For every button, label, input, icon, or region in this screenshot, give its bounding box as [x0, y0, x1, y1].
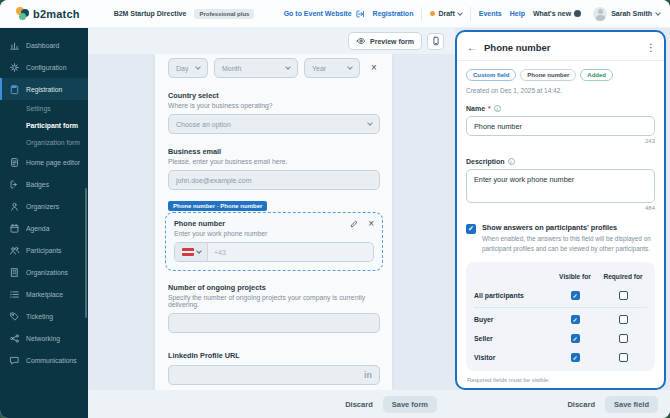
visible-checkbox-all-participants[interactable]: ✓ — [571, 291, 580, 300]
badge-phone-number: Phone number — [520, 69, 576, 81]
austria-flag-icon — [182, 248, 194, 256]
sidebar-scrollbar[interactable] — [85, 188, 87, 318]
phone-input[interactable]: +43 — [174, 242, 374, 262]
sidebar-item-home-page-editor[interactable]: Home page editor — [0, 151, 88, 173]
discard-form-button[interactable]: Discard — [345, 400, 373, 409]
sidebar-item-registration[interactable]: Registration — [0, 78, 88, 100]
sidebar-item-organizations[interactable]: Organizations — [0, 261, 88, 283]
sidebar-item-participant-form[interactable]: Participant form — [0, 117, 88, 134]
marketplace-icon — [9, 289, 20, 300]
description-textarea[interactable]: Enter your work phone number — [466, 169, 655, 203]
name-input[interactable]: Phone number — [466, 116, 655, 136]
visible-checkbox-visitor[interactable]: ✓ — [571, 353, 580, 362]
agenda-icon — [9, 223, 20, 234]
country-code-select[interactable] — [175, 243, 208, 261]
phone-field-text: Phone number Enter your work phone numbe… — [174, 219, 267, 237]
sidebar-item-label: Organization form — [26, 139, 80, 146]
home-page-editor-icon — [9, 157, 20, 168]
draft-status-dot — [430, 11, 435, 16]
chevron-down-icon — [285, 64, 291, 70]
sidebar-item-marketplace[interactable]: Marketplace — [0, 283, 88, 305]
sidebar-item-configuration[interactable]: Configuration — [0, 56, 88, 78]
sidebar-item-participants[interactable]: Participants — [0, 239, 88, 261]
required-column — [599, 353, 647, 362]
required-checkbox-buyer[interactable] — [619, 315, 628, 324]
info-icon[interactable]: i — [508, 158, 515, 165]
show-on-profiles-row: ✓ Show answers on participants' profiles… — [466, 223, 655, 253]
communications-icon — [9, 355, 20, 366]
chevron-down-icon — [196, 248, 202, 254]
required-checkbox-visitor[interactable] — [619, 353, 628, 362]
go-to-event-website-link[interactable]: Go to Event Website — [284, 9, 365, 19]
sidebar-item-organizers[interactable]: Organizers — [0, 195, 88, 217]
user-menu[interactable]: Sarah Smith — [593, 7, 660, 21]
phone-number-field-selected[interactable]: Phone number Enter your work phone numbe… — [165, 212, 383, 271]
sidebar-item-communications[interactable]: Communications — [0, 349, 88, 371]
save-form-button[interactable]: Save form — [383, 396, 437, 413]
sidebar-item-dashboard[interactable]: Dashboard — [0, 34, 88, 56]
country-select[interactable]: Choose an option — [168, 114, 380, 134]
mobile-preview-button[interactable] — [427, 33, 444, 50]
name-char-counter: 243 — [466, 138, 655, 144]
month-select[interactable]: Month — [214, 58, 298, 78]
country-field-label: Country select — [168, 91, 380, 100]
events-link[interactable]: Events — [479, 10, 502, 17]
save-field-button[interactable]: Save field — [605, 396, 658, 413]
sidebar-item-label: Participant form — [26, 122, 78, 129]
remove-date-field-icon[interactable]: × — [371, 63, 377, 73]
plan-badge: Professional plus — [194, 9, 254, 19]
required-checkbox-seller[interactable] — [619, 334, 628, 343]
sidebar-menu: DashboardConfigurationRegistrationSettin… — [0, 34, 88, 371]
registration-breadcrumb-link[interactable]: Registration — [373, 10, 414, 17]
business-email-input[interactable]: john.doe@example.com — [168, 170, 380, 190]
remove-phone-field-icon[interactable]: × — [368, 219, 374, 229]
sidebar-item-agenda[interactable]: Agenda — [0, 217, 88, 239]
bottom-action-bar: Discard Save form Discard Save field — [88, 390, 670, 418]
day-select[interactable]: Day — [168, 58, 208, 78]
whats-new-button[interactable]: What's new — [533, 10, 581, 17]
b2match-logo[interactable]: b2match — [16, 7, 80, 20]
go-to-event-website-label: Go to Event Website — [284, 10, 352, 17]
year-select[interactable]: Year — [304, 58, 360, 78]
chevron-down-icon — [655, 10, 661, 16]
badges-icon — [9, 179, 20, 190]
projects-field-label: Number of ongoing projects — [168, 283, 380, 292]
visible-checkbox-seller[interactable]: ✓ — [571, 334, 580, 343]
linkedin-icon: in — [364, 370, 372, 380]
sidebar-item-ticketing[interactable]: Ticketing — [0, 305, 88, 327]
discard-field-button[interactable]: Discard — [567, 400, 595, 409]
sidebar-item-badges[interactable]: Badges — [0, 173, 88, 195]
row-label: Buyer — [474, 316, 551, 323]
phone-field-actions: × — [349, 219, 374, 229]
show-on-profiles-checkbox[interactable]: ✓ — [466, 224, 476, 234]
kebab-menu-icon[interactable]: ⋮ — [646, 43, 656, 53]
sidebar-item-label: Home page editor — [26, 159, 80, 166]
events-label: Events — [479, 10, 502, 17]
sidebar-item-settings[interactable]: Settings — [0, 100, 88, 117]
projects-input[interactable] — [168, 313, 380, 333]
created-timestamp: Created on Dec 1, 2025 at 14:42. — [466, 87, 655, 94]
preview-form-button[interactable]: Preview form — [348, 32, 422, 50]
sidebar-item-organization-form[interactable]: Organization form — [0, 134, 88, 151]
ongoing-projects-field: Number of ongoing projects Specify the n… — [168, 283, 380, 333]
visibility-row-visitor: Visitor✓ — [474, 348, 647, 367]
info-icon[interactable]: i — [494, 105, 501, 112]
edit-pencil-icon[interactable] — [349, 219, 359, 229]
preview-form-label: Preview form — [370, 38, 414, 45]
event-status-dropdown[interactable]: Draft — [430, 10, 461, 17]
help-link[interactable]: Help — [510, 10, 525, 17]
sidebar-item-label: Dashboard — [26, 42, 59, 49]
visibility-footnote: Required fields must be visible. — [466, 377, 655, 383]
visible-column: ✓ — [551, 315, 599, 324]
sidebar-item-networking[interactable]: Networking — [0, 327, 88, 349]
day-select-value: Day — [176, 65, 188, 72]
visible-checkbox-buyer[interactable]: ✓ — [571, 315, 580, 324]
back-arrow-icon[interactable]: ← — [467, 43, 477, 53]
avatar — [593, 7, 607, 21]
sidebar-item-label: Configuration — [26, 64, 66, 71]
show-on-profiles-label: Show answers on participants' profiles — [482, 223, 655, 232]
required-checkbox-all-participants[interactable] — [619, 291, 628, 300]
visibility-row-buyer: Buyer✓ — [474, 310, 647, 329]
linkedin-input[interactable]: in — [168, 365, 380, 385]
required-asterisk: * — [488, 105, 491, 112]
